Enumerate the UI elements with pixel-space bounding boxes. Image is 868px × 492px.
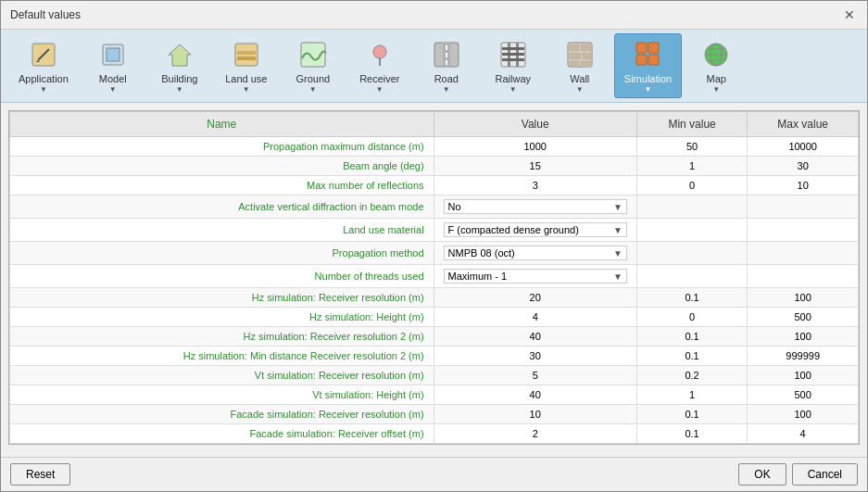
- toolbar-label-map: Map: [706, 73, 725, 84]
- table-row: Propagation maximum distance (m)10005010…: [10, 137, 859, 157]
- row-min: [636, 219, 748, 242]
- row-value: 40: [434, 327, 636, 347]
- layers-icon: [230, 38, 263, 71]
- toolbar-label-building: Building: [161, 73, 197, 84]
- row-value[interactable]: F (compacted dense ground)▼: [434, 219, 636, 242]
- close-button[interactable]: ✕: [841, 6, 858, 23]
- toolbar-item-road[interactable]: Road ▼: [414, 33, 479, 98]
- svg-rect-22: [502, 58, 524, 61]
- row-value[interactable]: Maximum - 1▼: [434, 265, 636, 288]
- toolbar-label-simulation: Simulation: [624, 73, 672, 84]
- toolbar-arrow-railway: ▼: [509, 85, 517, 94]
- row-name: Hz simulation: Receiver resolution 2 (m): [10, 327, 434, 347]
- svg-rect-30: [636, 43, 647, 53]
- house-icon: [163, 38, 196, 71]
- globe-icon: [699, 38, 733, 71]
- row-max: 500: [748, 385, 859, 405]
- row-name: Max number of reflections: [10, 176, 434, 196]
- toolbar-item-model[interactable]: Model ▼: [81, 33, 145, 98]
- svg-rect-24: [570, 44, 579, 51]
- footer-right-buttons: OK Cancel: [738, 463, 858, 486]
- row-value: 2: [434, 424, 636, 444]
- row-max: 10: [748, 176, 859, 196]
- col-header-min: Min value: [636, 112, 748, 137]
- row-min: 1: [636, 157, 748, 176]
- toolbar-arrow-ground: ▼: [309, 85, 317, 94]
- row-min: 0.2: [636, 366, 748, 385]
- dropdown-arrow: ▼: [613, 202, 623, 212]
- row-name: Vt simulation: Height (m): [10, 385, 434, 405]
- row-name: Facade simulation: Receiver resolution (…: [10, 405, 434, 424]
- row-min: 0: [636, 308, 748, 327]
- toolbar-item-building[interactable]: Building ▼: [147, 33, 212, 98]
- row-name: Propagation maximum distance (m): [10, 137, 434, 157]
- toolbar-arrow-road: ▼: [443, 85, 450, 94]
- row-min: [636, 196, 748, 219]
- row-max: 4: [748, 424, 859, 444]
- dropdown-arrow: ▼: [613, 248, 623, 259]
- svg-rect-21: [502, 53, 524, 56]
- table-row: Hz simulation: Receiver resolution (m)20…: [10, 288, 859, 308]
- row-value[interactable]: No▼: [434, 196, 636, 219]
- row-max: 100: [748, 405, 859, 424]
- title-bar: Default values ✕: [1, 1, 867, 30]
- row-max: 500: [748, 308, 859, 327]
- svg-rect-27: [583, 53, 592, 59]
- row-max: [748, 265, 859, 288]
- svg-point-10: [373, 45, 386, 58]
- row-name: Facade simulation: Receiver offset (m): [10, 424, 434, 444]
- pencil-icon: [27, 38, 60, 71]
- svg-rect-31: [648, 43, 659, 53]
- table-row: Vt simulation: Height (m)401500: [10, 385, 859, 405]
- toolbar-item-wall[interactable]: Wall ▼: [547, 33, 612, 98]
- toolbar-item-railway[interactable]: Railway ▼: [481, 33, 546, 98]
- toolbar-arrow-model: ▼: [109, 85, 117, 94]
- svg-rect-29: [581, 61, 592, 67]
- row-min: 0.1: [636, 424, 748, 444]
- toolbar-arrow-receiver: ▼: [376, 85, 384, 94]
- toolbar-item-application[interactable]: Application ▼: [8, 33, 79, 98]
- table-row: Hz simulation: Min distance Receiver res…: [10, 347, 859, 366]
- toolbar-arrow-building: ▼: [176, 85, 183, 94]
- toolbar-item-map[interactable]: Map ▼: [684, 33, 748, 98]
- ok-button[interactable]: OK: [738, 463, 786, 486]
- dropdown-value: No: [448, 201, 461, 212]
- row-max: 10000: [748, 137, 859, 157]
- toolbar-label-railway: Railway: [496, 73, 532, 84]
- main-content: Name Value Min value Max value Propagati…: [1, 103, 867, 457]
- toolbar-label-wall: Wall: [570, 73, 589, 84]
- table-row: Activate vertical diffraction in beam mo…: [10, 196, 859, 219]
- toolbar-arrow-map: ▼: [712, 85, 720, 94]
- row-min: [636, 265, 748, 288]
- toolbar-item-receiver[interactable]: Receiver ▼: [347, 33, 412, 98]
- svg-rect-4: [107, 48, 120, 61]
- col-header-value: Value: [434, 112, 636, 137]
- row-min: 0.1: [636, 288, 748, 308]
- row-name: Vt simulation: Receiver resolution (m): [10, 366, 434, 385]
- row-name: Number of threads used: [10, 265, 434, 288]
- row-max: [748, 219, 859, 242]
- row-name: Beam angle (deg): [10, 157, 434, 176]
- col-header-name: Name: [10, 112, 434, 137]
- row-value: 1000: [434, 137, 636, 157]
- row-value: 40: [434, 385, 636, 405]
- svg-rect-32: [636, 55, 647, 65]
- toolbar-item-ground[interactable]: Ground ▼: [281, 33, 346, 98]
- row-name: Propagation method: [10, 242, 434, 265]
- reset-button[interactable]: Reset: [10, 463, 70, 486]
- row-min: 0.1: [636, 327, 748, 347]
- dropdown-arrow: ▼: [613, 271, 623, 282]
- cancel-button[interactable]: Cancel: [792, 463, 858, 486]
- toolbar-item-landuse[interactable]: Land use ▼: [214, 33, 279, 98]
- grid-icon: [632, 38, 665, 71]
- table-row: Land use materialF (compacted dense grou…: [10, 219, 859, 242]
- row-max: [748, 242, 859, 265]
- row-value: 10: [434, 405, 636, 424]
- row-name: Hz simulation: Height (m): [10, 308, 434, 327]
- cube-icon: [96, 38, 130, 71]
- toolbar-item-simulation[interactable]: Simulation ▼: [614, 33, 682, 98]
- dialog-title: Default values: [10, 8, 81, 21]
- toolbar-label-model: Model: [99, 73, 127, 84]
- row-value[interactable]: NMPB 08 (oct)▼: [434, 242, 636, 265]
- row-min: [636, 242, 748, 265]
